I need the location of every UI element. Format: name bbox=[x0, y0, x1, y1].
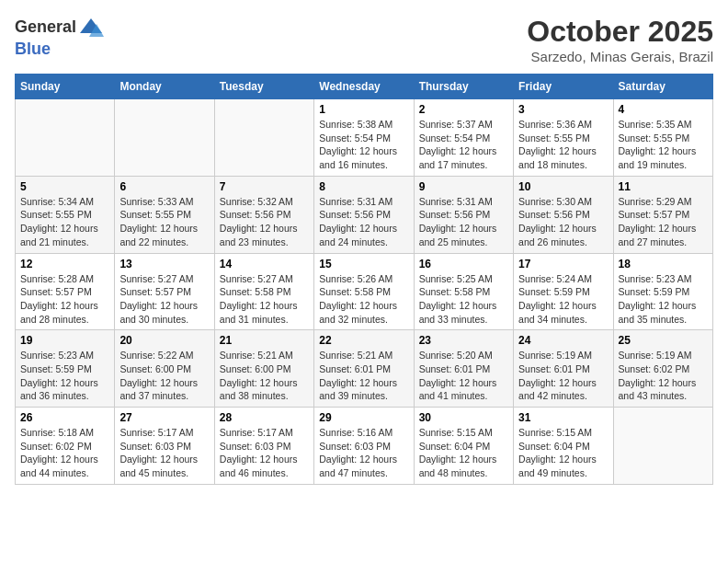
day-number: 27 bbox=[119, 411, 209, 424]
calendar-week-row: 12Sunrise: 5:28 AM Sunset: 5:57 PM Dayli… bbox=[16, 253, 713, 330]
day-info: Sunrise: 5:20 AM Sunset: 6:01 PM Dayligh… bbox=[419, 349, 508, 403]
calendar-table: Sunday Monday Tuesday Wednesday Thursday… bbox=[15, 74, 713, 485]
day-info: Sunrise: 5:34 AM Sunset: 5:55 PM Dayligh… bbox=[20, 195, 109, 249]
day-number: 23 bbox=[419, 334, 508, 347]
table-row: 10Sunrise: 5:30 AM Sunset: 5:56 PM Dayli… bbox=[514, 176, 613, 253]
day-number: 29 bbox=[319, 411, 408, 424]
day-info: Sunrise: 5:28 AM Sunset: 5:57 PM Dayligh… bbox=[20, 272, 109, 327]
table-row bbox=[613, 408, 712, 485]
day-number: 13 bbox=[119, 258, 209, 270]
table-row: 28Sunrise: 5:17 AM Sunset: 6:03 PM Dayli… bbox=[214, 408, 313, 485]
day-number: 18 bbox=[619, 258, 708, 270]
table-row: 1Sunrise: 5:38 AM Sunset: 5:54 PM Daylig… bbox=[314, 99, 414, 177]
day-info: Sunrise: 5:23 AM Sunset: 5:59 PM Dayligh… bbox=[619, 272, 708, 327]
table-row: 22Sunrise: 5:21 AM Sunset: 6:01 PM Dayli… bbox=[314, 330, 414, 408]
table-row: 29Sunrise: 5:16 AM Sunset: 6:03 PM Dayli… bbox=[314, 408, 414, 485]
table-row: 30Sunrise: 5:15 AM Sunset: 6:04 PM Dayli… bbox=[414, 408, 513, 485]
calendar-week-row: 26Sunrise: 5:18 AM Sunset: 6:02 PM Dayli… bbox=[16, 408, 713, 485]
weekday-header-row: Sunday Monday Tuesday Wednesday Thursday… bbox=[16, 75, 713, 99]
table-row: 13Sunrise: 5:27 AM Sunset: 5:57 PM Dayli… bbox=[115, 253, 214, 330]
table-row bbox=[115, 99, 214, 177]
day-info: Sunrise: 5:21 AM Sunset: 6:00 PM Dayligh… bbox=[220, 349, 309, 403]
logo: General Blue bbox=[15, 15, 104, 59]
table-row: 24Sunrise: 5:19 AM Sunset: 6:01 PM Dayli… bbox=[514, 330, 613, 408]
calendar-week-row: 1Sunrise: 5:38 AM Sunset: 5:54 PM Daylig… bbox=[16, 99, 713, 177]
table-row: 21Sunrise: 5:21 AM Sunset: 6:00 PM Dayli… bbox=[214, 330, 313, 408]
day-info: Sunrise: 5:15 AM Sunset: 6:04 PM Dayligh… bbox=[518, 426, 608, 480]
table-row: 5Sunrise: 5:34 AM Sunset: 5:55 PM Daylig… bbox=[16, 176, 115, 253]
location-subtitle: Sarzedo, Minas Gerais, Brazil bbox=[527, 49, 713, 64]
day-number: 21 bbox=[220, 334, 309, 347]
table-row: 14Sunrise: 5:27 AM Sunset: 5:58 PM Dayli… bbox=[214, 253, 313, 330]
day-number: 30 bbox=[419, 411, 508, 424]
day-number: 5 bbox=[20, 180, 109, 193]
day-info: Sunrise: 5:23 AM Sunset: 5:59 PM Dayligh… bbox=[20, 349, 109, 403]
day-number: 16 bbox=[419, 258, 508, 270]
table-row: 12Sunrise: 5:28 AM Sunset: 5:57 PM Dayli… bbox=[16, 253, 115, 330]
table-row: 9Sunrise: 5:31 AM Sunset: 5:56 PM Daylig… bbox=[414, 176, 513, 253]
day-info: Sunrise: 5:24 AM Sunset: 5:59 PM Dayligh… bbox=[518, 272, 608, 327]
day-info: Sunrise: 5:25 AM Sunset: 5:58 PM Dayligh… bbox=[419, 272, 508, 327]
day-number: 20 bbox=[119, 334, 209, 347]
day-info: Sunrise: 5:18 AM Sunset: 6:02 PM Dayligh… bbox=[20, 426, 109, 480]
table-row bbox=[16, 99, 115, 177]
month-title: October 2025 bbox=[527, 15, 713, 49]
day-info: Sunrise: 5:30 AM Sunset: 5:56 PM Dayligh… bbox=[518, 195, 608, 249]
day-info: Sunrise: 5:15 AM Sunset: 6:04 PM Dayligh… bbox=[419, 426, 508, 480]
day-number: 28 bbox=[220, 411, 309, 424]
day-info: Sunrise: 5:37 AM Sunset: 5:54 PM Dayligh… bbox=[419, 118, 508, 172]
header-sunday: Sunday bbox=[16, 75, 115, 99]
table-row: 18Sunrise: 5:23 AM Sunset: 5:59 PM Dayli… bbox=[613, 253, 712, 330]
day-number: 19 bbox=[20, 334, 109, 347]
day-info: Sunrise: 5:27 AM Sunset: 5:58 PM Dayligh… bbox=[220, 272, 309, 327]
day-info: Sunrise: 5:31 AM Sunset: 5:56 PM Dayligh… bbox=[319, 195, 408, 249]
page-header: General Blue October 2025 Sarzedo, Minas… bbox=[15, 15, 713, 64]
table-row: 8Sunrise: 5:31 AM Sunset: 5:56 PM Daylig… bbox=[314, 176, 414, 253]
day-number: 1 bbox=[319, 103, 408, 116]
day-number: 8 bbox=[319, 180, 408, 193]
table-row: 17Sunrise: 5:24 AM Sunset: 5:59 PM Dayli… bbox=[514, 253, 613, 330]
day-number: 31 bbox=[518, 411, 608, 424]
table-row: 26Sunrise: 5:18 AM Sunset: 6:02 PM Dayli… bbox=[16, 408, 115, 485]
day-number: 9 bbox=[419, 180, 508, 193]
table-row: 6Sunrise: 5:33 AM Sunset: 5:55 PM Daylig… bbox=[115, 176, 214, 253]
day-info: Sunrise: 5:29 AM Sunset: 5:57 PM Dayligh… bbox=[619, 195, 708, 249]
table-row: 3Sunrise: 5:36 AM Sunset: 5:55 PM Daylig… bbox=[514, 99, 613, 177]
day-info: Sunrise: 5:38 AM Sunset: 5:54 PM Dayligh… bbox=[319, 118, 408, 172]
header-wednesday: Wednesday bbox=[314, 75, 414, 99]
day-info: Sunrise: 5:17 AM Sunset: 6:03 PM Dayligh… bbox=[119, 426, 209, 480]
table-row: 25Sunrise: 5:19 AM Sunset: 6:02 PM Dayli… bbox=[613, 330, 712, 408]
table-row: 19Sunrise: 5:23 AM Sunset: 5:59 PM Dayli… bbox=[16, 330, 115, 408]
day-number: 26 bbox=[20, 411, 109, 424]
day-number: 4 bbox=[619, 103, 708, 116]
day-number: 22 bbox=[319, 334, 408, 347]
day-info: Sunrise: 5:31 AM Sunset: 5:56 PM Dayligh… bbox=[419, 195, 508, 249]
day-number: 24 bbox=[518, 334, 608, 347]
day-info: Sunrise: 5:16 AM Sunset: 6:03 PM Dayligh… bbox=[319, 426, 408, 480]
table-row bbox=[214, 99, 313, 177]
logo-general: General bbox=[15, 18, 76, 37]
header-monday: Monday bbox=[115, 75, 214, 99]
day-number: 6 bbox=[119, 180, 209, 193]
day-info: Sunrise: 5:21 AM Sunset: 6:01 PM Dayligh… bbox=[319, 349, 408, 403]
day-number: 2 bbox=[419, 103, 508, 116]
day-info: Sunrise: 5:26 AM Sunset: 5:58 PM Dayligh… bbox=[319, 272, 408, 327]
calendar-week-row: 5Sunrise: 5:34 AM Sunset: 5:55 PM Daylig… bbox=[16, 176, 713, 253]
day-number: 7 bbox=[220, 180, 309, 193]
day-info: Sunrise: 5:32 AM Sunset: 5:56 PM Dayligh… bbox=[220, 195, 309, 249]
table-row: 20Sunrise: 5:22 AM Sunset: 6:00 PM Dayli… bbox=[115, 330, 214, 408]
table-row: 2Sunrise: 5:37 AM Sunset: 5:54 PM Daylig… bbox=[414, 99, 513, 177]
logo-icon bbox=[78, 15, 104, 40]
header-friday: Friday bbox=[514, 75, 613, 99]
day-info: Sunrise: 5:33 AM Sunset: 5:55 PM Dayligh… bbox=[119, 195, 209, 249]
day-info: Sunrise: 5:27 AM Sunset: 5:57 PM Dayligh… bbox=[119, 272, 209, 327]
day-number: 15 bbox=[319, 258, 408, 270]
day-info: Sunrise: 5:22 AM Sunset: 6:00 PM Dayligh… bbox=[119, 349, 209, 403]
header-tuesday: Tuesday bbox=[214, 75, 313, 99]
table-row: 11Sunrise: 5:29 AM Sunset: 5:57 PM Dayli… bbox=[613, 176, 712, 253]
day-info: Sunrise: 5:19 AM Sunset: 6:01 PM Dayligh… bbox=[518, 349, 608, 403]
table-row: 16Sunrise: 5:25 AM Sunset: 5:58 PM Dayli… bbox=[414, 253, 513, 330]
table-row: 27Sunrise: 5:17 AM Sunset: 6:03 PM Dayli… bbox=[115, 408, 214, 485]
table-row: 31Sunrise: 5:15 AM Sunset: 6:04 PM Dayli… bbox=[514, 408, 613, 485]
day-number: 12 bbox=[20, 258, 109, 270]
